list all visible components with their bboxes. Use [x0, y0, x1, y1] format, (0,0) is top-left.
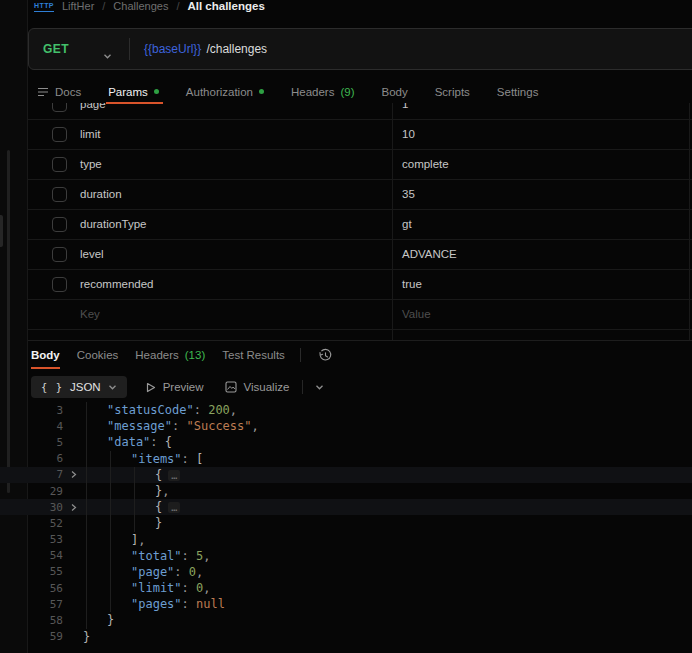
- url-variable: {{baseUrl}}: [144, 42, 201, 56]
- method-selector[interactable]: GET: [43, 29, 69, 69]
- param-checkbox[interactable]: [52, 187, 67, 202]
- line-number: 29: [28, 485, 63, 498]
- param-value-cell[interactable]: 10: [402, 120, 415, 149]
- code-content: "statusCode": 200,: [83, 402, 237, 418]
- param-checkbox[interactable]: [52, 127, 67, 142]
- code-content: }: [83, 515, 162, 531]
- more-formats-chevron[interactable]: [315, 384, 324, 391]
- token-null: null: [196, 597, 225, 611]
- param-value-cell[interactable]: ADVANCE: [402, 240, 457, 269]
- code-line-58: 58}: [0, 612, 692, 628]
- chevron-down-icon: [315, 384, 324, 391]
- response-toolbar: { } JSON Preview Visualize: [28, 374, 324, 400]
- tab-headers-count: (9): [340, 86, 354, 98]
- param-row-durationType[interactable]: durationTypegt: [28, 210, 692, 240]
- code-content: "items": [: [83, 451, 203, 467]
- param-row-duration[interactable]: duration35: [28, 180, 692, 210]
- line-number: 52: [28, 517, 63, 530]
- param-checkbox[interactable]: [52, 247, 67, 262]
- response-tab-body[interactable]: Body: [31, 341, 60, 369]
- line-number: 54: [28, 549, 63, 562]
- code-line-30: 30{…: [0, 499, 692, 515]
- line-number: 4: [28, 420, 63, 433]
- token-punc: ,: [138, 533, 145, 547]
- token-brace: {: [155, 468, 162, 482]
- token-key: "page": [131, 565, 174, 579]
- code-content: "total": 5,: [83, 548, 211, 564]
- param-checkbox[interactable]: [52, 157, 67, 172]
- chevron-down-icon[interactable]: [103, 46, 112, 64]
- expand-chevron-icon: [69, 470, 78, 479]
- indent-guide: [86, 580, 87, 596]
- collapse-toggle[interactable]: [63, 503, 83, 512]
- response-tab-test-results-label: Test Results: [222, 349, 285, 361]
- param-row-page[interactable]: page1: [28, 103, 692, 120]
- code-content: }: [83, 629, 90, 645]
- param-value-cell[interactable]: 1: [402, 103, 408, 119]
- token-brace: {: [155, 500, 162, 514]
- indent-guide: [134, 499, 135, 515]
- param-key-placeholder[interactable]: Key: [80, 300, 100, 329]
- param-checkbox[interactable]: [52, 217, 67, 232]
- param-row-level[interactable]: levelADVANCE: [28, 240, 692, 270]
- collapse-toggle[interactable]: [63, 470, 83, 479]
- tab-body[interactable]: Body: [381, 79, 407, 104]
- tab-params[interactable]: Params: [108, 79, 159, 104]
- response-tab-cookies[interactable]: Cookies: [77, 341, 119, 369]
- response-tab-headers[interactable]: Headers(13): [135, 341, 205, 369]
- param-value-cell[interactable]: gt: [402, 210, 412, 239]
- token-brace: }: [107, 613, 114, 627]
- indent-guide: [110, 548, 111, 564]
- param-key-cell[interactable]: level: [80, 240, 104, 269]
- token-brace: }: [83, 630, 90, 644]
- param-value-cell[interactable]: true: [402, 270, 422, 299]
- tab-docs-label: Docs: [55, 86, 81, 98]
- param-row-recommended[interactable]: recommendedtrue: [28, 270, 692, 300]
- param-row-type[interactable]: typecomplete: [28, 150, 692, 180]
- panel-resize-handle[interactable]: [0, 215, 3, 247]
- url-input[interactable]: {{baseUrl}} /challenges: [144, 29, 267, 69]
- line-number: 57: [28, 598, 63, 611]
- param-key-cell[interactable]: recommended: [80, 270, 154, 299]
- indent-guide: [86, 564, 87, 580]
- token-num: 200: [208, 403, 230, 417]
- code-content: "data": {: [83, 434, 172, 450]
- param-checkbox[interactable]: [52, 103, 67, 112]
- param-value-cell[interactable]: complete: [402, 150, 449, 179]
- breadcrumb-folder[interactable]: Challenges: [113, 0, 168, 12]
- docs-lines-icon: [37, 87, 49, 97]
- breadcrumb-collection[interactable]: LiftHer: [62, 0, 94, 12]
- preview-button[interactable]: Preview: [146, 381, 204, 393]
- param-row-limit[interactable]: limit10: [28, 120, 692, 150]
- tab-scripts[interactable]: Scripts: [435, 79, 470, 104]
- param-row-new[interactable]: KeyValue: [28, 300, 692, 330]
- response-format-dropdown[interactable]: { } JSON: [31, 376, 127, 398]
- param-key-cell[interactable]: duration: [80, 180, 122, 209]
- param-value-placeholder[interactable]: Value: [402, 300, 431, 329]
- line-number: 6: [28, 452, 63, 465]
- token-key: "pages": [131, 597, 182, 611]
- history-clock-icon: [318, 348, 333, 363]
- tab-body-label: Body: [381, 86, 407, 98]
- param-value-cell[interactable]: 35: [402, 180, 415, 209]
- param-key-cell[interactable]: page: [80, 103, 106, 119]
- history-button[interactable]: [318, 348, 333, 363]
- token-key: "limit": [131, 581, 182, 595]
- param-key-cell[interactable]: limit: [80, 120, 100, 149]
- response-tab-test-results[interactable]: Test Results: [222, 341, 285, 369]
- param-key-cell[interactable]: type: [80, 150, 102, 179]
- breadcrumb-current-request: All challenges: [187, 0, 264, 12]
- tab-settings[interactable]: Settings: [497, 79, 539, 104]
- token-punc: ,: [196, 565, 203, 579]
- code-line-57: 57"pages": null: [0, 596, 692, 612]
- indent-guide: [86, 483, 87, 499]
- divider: [129, 38, 130, 60]
- tab-docs[interactable]: Docs: [37, 79, 81, 104]
- visualize-button[interactable]: Visualize: [225, 381, 290, 393]
- param-key-cell[interactable]: durationType: [80, 210, 147, 239]
- code-content: }: [83, 612, 114, 628]
- code-content: {…: [83, 467, 180, 483]
- tab-authorization[interactable]: Authorization: [186, 79, 264, 104]
- param-checkbox[interactable]: [52, 277, 67, 292]
- tab-headers[interactable]: Headers(9): [291, 79, 355, 104]
